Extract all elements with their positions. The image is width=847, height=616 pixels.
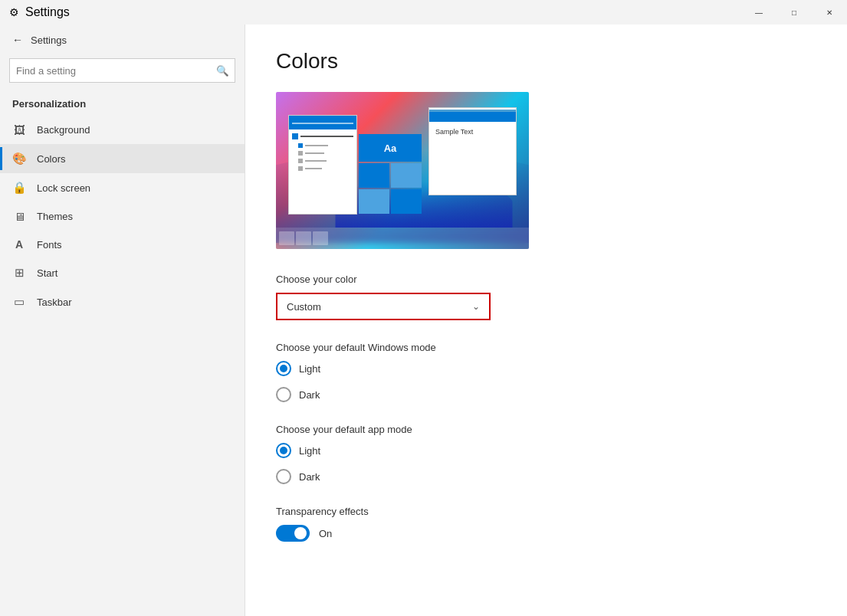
windows-mode-dark[interactable]: Dark — [276, 387, 816, 402]
search-input[interactable] — [10, 65, 210, 77]
windows-mode-radio-group: Light Dark — [276, 361, 816, 402]
sidebar-item-label-fonts: Fonts — [37, 239, 62, 251]
fonts-icon: A — [12, 238, 26, 251]
sidebar-item-label-themes: Themes — [37, 211, 73, 222]
app-icon: ⚙ — [9, 6, 19, 18]
windows-mode-section: Choose your default Windows mode Light D… — [276, 342, 816, 402]
sidebar-item-fonts[interactable]: A Fonts — [0, 231, 245, 258]
back-arrow-icon: ← — [12, 34, 23, 46]
sidebar-item-taskbar[interactable]: ▭ Taskbar — [0, 287, 245, 316]
maximize-button[interactable]: □ — [776, 0, 812, 25]
preview-tiles: Aa — [359, 134, 422, 217]
sidebar-item-background[interactable]: 🖼 Background — [0, 116, 245, 144]
sidebar-item-label-lock-screen: Lock screen — [37, 182, 90, 194]
color-dropdown[interactable]: Custom ⌄ — [276, 293, 491, 320]
search-box: 🔍 — [9, 58, 235, 83]
transparency-label: Transparency effects — [276, 506, 816, 517]
sidebar-item-colors[interactable]: 🎨 Colors — [0, 144, 245, 173]
app-mode-label: Choose your default app mode — [276, 424, 816, 435]
preview-text-window: Sample Text — [428, 107, 517, 195]
dropdown-value: Custom — [287, 301, 321, 313]
preview-file-window — [288, 115, 357, 215]
windows-mode-light[interactable]: Light — [276, 361, 816, 376]
choose-color-label: Choose your color — [276, 274, 816, 285]
windows-mode-light-label: Light — [299, 363, 320, 375]
sidebar-item-lock-screen[interactable]: 🔒 Lock screen — [0, 173, 245, 202]
transparency-toggle[interactable] — [276, 525, 310, 542]
taskbar-icon: ▭ — [12, 295, 26, 309]
background-icon: 🖼 — [12, 123, 26, 136]
start-icon: ⊞ — [12, 266, 26, 280]
back-label: Settings — [31, 34, 67, 46]
preview-image: Aa Sample Text — [276, 92, 529, 249]
search-button[interactable]: 🔍 — [210, 58, 235, 83]
sidebar-item-label-start: Start — [37, 267, 57, 279]
titlebar-title: Settings — [25, 5, 70, 19]
radio-outer-light — [276, 361, 291, 376]
sidebar-item-label-background: Background — [37, 124, 90, 136]
sidebar-item-label-colors: Colors — [37, 153, 66, 165]
minimize-button[interactable]: — — [741, 0, 776, 25]
windows-mode-dark-label: Dark — [299, 389, 320, 401]
choose-color-section: Choose your color Custom ⌄ — [276, 274, 816, 320]
chevron-down-icon: ⌄ — [472, 301, 480, 312]
back-button[interactable]: ← Settings — [0, 25, 245, 55]
close-button[interactable]: ✕ — [812, 0, 847, 25]
themes-icon: 🖥 — [12, 210, 26, 223]
app-container: ← Settings 🔍 Personalization 🖼 Backgroun… — [0, 25, 847, 616]
page-title: Colors — [276, 49, 816, 74]
radio-outer-app-light — [276, 443, 291, 458]
lock-screen-icon: 🔒 — [12, 181, 26, 195]
toggle-thumb — [294, 527, 307, 539]
sidebar-item-themes[interactable]: 🖥 Themes — [0, 202, 245, 231]
windows-mode-label: Choose your default Windows mode — [276, 342, 816, 353]
sidebar-item-label-taskbar: Taskbar — [37, 297, 72, 308]
app-mode-dark[interactable]: Dark — [276, 469, 816, 484]
colors-icon: 🎨 — [12, 152, 26, 165]
preview-sample-text: Sample Text — [435, 128, 473, 136]
preview-taskbar — [276, 228, 529, 249]
content-area: Colors — [245, 25, 847, 616]
transparency-on-label: On — [319, 528, 332, 539]
app-mode-light[interactable]: Light — [276, 443, 816, 458]
radio-inner-light — [280, 365, 287, 372]
titlebar-controls: — □ ✕ — [741, 0, 847, 25]
app-mode-section: Choose your default app mode Light Dark — [276, 424, 816, 484]
app-mode-dark-label: Dark — [299, 471, 320, 483]
radio-outer-dark — [276, 387, 291, 402]
app-mode-light-label: Light — [299, 445, 320, 457]
radio-inner-app-light — [280, 447, 287, 454]
transparency-toggle-row: On — [276, 525, 816, 542]
transparency-section: Transparency effects On — [276, 506, 816, 542]
sidebar-section-label: Personalization — [0, 92, 245, 116]
titlebar: ⚙ Settings — □ ✕ — [0, 0, 847, 25]
radio-outer-app-dark — [276, 469, 291, 484]
sidebar: ← Settings 🔍 Personalization 🖼 Backgroun… — [0, 25, 245, 616]
sidebar-item-start[interactable]: ⊞ Start — [0, 258, 245, 287]
app-mode-radio-group: Light Dark — [276, 443, 816, 484]
